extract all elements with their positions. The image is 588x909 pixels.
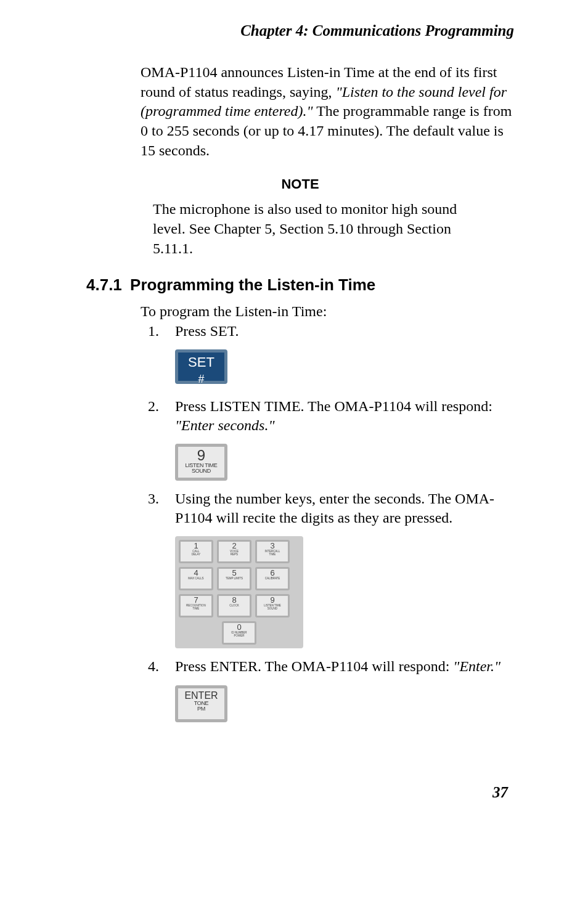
steps-list: Press SET. SET # Press LISTEN TIME. The … — [141, 322, 514, 722]
set-key-line2: # — [198, 373, 204, 385]
keypad-key-5: 5TEMP LIMITS — [217, 567, 251, 590]
nine-key-sub2: SOUND — [178, 468, 224, 474]
keypad-key-6: 6CALIBRATE — [255, 567, 290, 590]
keypad-key-3: 3INTERCALLTIME — [255, 540, 290, 563]
nine-key-num: 9 — [178, 448, 224, 463]
step-1-text: Press SET. — [175, 323, 239, 339]
step-4: Press ENTER. The OMA-P1104 will respond:… — [141, 657, 514, 722]
keypad-key-8: 8CLOCK — [217, 594, 251, 618]
subsection-heading: 4.7.1 Programming the Listen-in Time — [86, 275, 514, 295]
step-4-quote: "Enter." — [453, 658, 500, 674]
subsection-number: 4.7.1 — [86, 275, 122, 295]
set-key-icon: SET # — [175, 349, 227, 384]
step-3: Using the number keys, enter the seconds… — [141, 489, 514, 648]
step-4-text: Press ENTER. The OMA-P1104 will respond: — [175, 658, 453, 674]
keypad-key-7: 7RECOGNITIONTIME — [179, 594, 213, 618]
step-2: Press LISTEN TIME. The OMA-P1104 will re… — [141, 397, 514, 481]
keypad-key-0: 0ID NUMBERPOWER — [222, 621, 256, 645]
step-2-quote: "Enter seconds." — [175, 417, 274, 433]
chapter-header: Chapter 4: Communications Programming — [86, 22, 514, 39]
enter-key-sub2: PM — [178, 706, 224, 712]
page-number: 37 — [86, 784, 514, 801]
intro-paragraph: OMA-P1104 announces Listen-in Time at th… — [141, 63, 514, 160]
keypad-icon: 1CALLDELAY2VOICEREPS3INTERCALLTIME4MAX C… — [175, 536, 303, 648]
step-2-text: Press LISTEN TIME. The OMA-P1104 will re… — [175, 398, 492, 414]
note-label: NOTE — [86, 176, 514, 192]
set-key-line1: SET — [178, 355, 224, 370]
subsection-title: Programming the Listen-in Time — [130, 275, 375, 295]
keypad-key-4: 4MAX CALLS — [179, 567, 213, 590]
keypad-key-1: 1CALLDELAY — [179, 540, 213, 563]
step-3-text: Using the number keys, enter the seconds… — [175, 491, 494, 526]
lead-sentence: To program the Listen-in Time: — [141, 302, 514, 322]
keypad-key-2: 2VOICEREPS — [217, 540, 251, 563]
note-text: The microphone is also used to monitor h… — [153, 200, 483, 258]
step-1: Press SET. SET # — [141, 322, 514, 388]
enter-key-line1: ENTER — [178, 691, 224, 701]
nine-key-icon: 9 LISTEN TIME SOUND — [175, 444, 227, 481]
keypad-key-9: 9LISTEN TIMESOUND — [255, 594, 290, 618]
enter-key-icon: ENTER TONE PM — [175, 685, 227, 722]
